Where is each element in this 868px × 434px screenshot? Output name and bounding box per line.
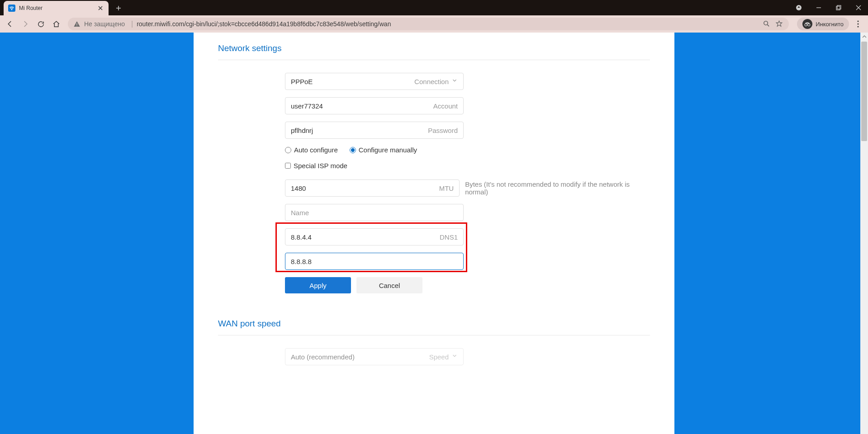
config-mode-radios: Auto configure Configure manually bbox=[285, 146, 650, 154]
incognito-badge[interactable]: Инкогнито bbox=[797, 18, 849, 30]
special-isp-checkbox[interactable]: Special ISP mode bbox=[285, 162, 650, 170]
connection-select[interactable]: PPPoE Connection bbox=[285, 73, 464, 90]
radio-manual-label: Configure manually bbox=[359, 146, 417, 154]
divider bbox=[218, 335, 650, 335]
separator: | bbox=[131, 20, 133, 28]
back-button[interactable] bbox=[4, 18, 16, 30]
warning-icon bbox=[73, 20, 81, 28]
section-title-network: Network settings bbox=[218, 43, 650, 53]
mtu-field[interactable]: MTU bbox=[285, 179, 460, 197]
mtu-label: MTU bbox=[439, 184, 454, 192]
radio-auto-label: Auto configure bbox=[294, 146, 338, 154]
svg-rect-4 bbox=[76, 24, 77, 25]
address-bar[interactable]: Не защищено | router.miwifi.com/cgi-bin/… bbox=[68, 18, 789, 30]
svg-rect-2 bbox=[836, 6, 840, 10]
security-status: Не защищено bbox=[84, 20, 125, 28]
maximize-icon[interactable] bbox=[833, 2, 844, 14]
wan-speed-value: Auto (recommended) bbox=[291, 353, 426, 361]
browser-tab[interactable]: Mi Router bbox=[4, 1, 109, 15]
chevron-down-icon bbox=[451, 353, 458, 361]
minimize-icon[interactable] bbox=[813, 2, 825, 14]
divider bbox=[218, 60, 650, 60]
svg-point-6 bbox=[764, 21, 768, 25]
account-input[interactable] bbox=[291, 102, 430, 110]
window-close-icon[interactable] bbox=[853, 2, 864, 14]
radio-auto-configure[interactable]: Auto configure bbox=[285, 146, 338, 154]
name-field[interactable] bbox=[285, 204, 464, 221]
password-field[interactable]: Password bbox=[285, 122, 464, 139]
new-tab-button[interactable] bbox=[113, 3, 124, 14]
radio-configure-manually[interactable]: Configure manually bbox=[350, 146, 417, 154]
viewport: Network settings PPPoE Connection Accoun… bbox=[0, 33, 868, 434]
dns2-field[interactable] bbox=[285, 253, 464, 270]
special-isp-label: Special ISP mode bbox=[294, 162, 347, 170]
window-controls bbox=[793, 0, 868, 15]
incognito-label: Инкогнито bbox=[816, 21, 844, 28]
scroll-up-icon[interactable] bbox=[860, 33, 868, 40]
password-input[interactable] bbox=[291, 127, 424, 134]
password-label: Password bbox=[428, 127, 458, 134]
mtu-hint: Bytes (It's not recommended to modify if… bbox=[465, 180, 650, 196]
star-icon[interactable] bbox=[775, 20, 783, 28]
cancel-button[interactable]: Cancel bbox=[356, 277, 422, 293]
wan-speed-label: Speed bbox=[429, 353, 449, 361]
svg-rect-3 bbox=[837, 5, 841, 9]
url-text: router.miwifi.com/cgi-bin/luci/;stok=cbc… bbox=[137, 20, 758, 28]
special-isp-input[interactable] bbox=[285, 163, 291, 169]
close-icon[interactable] bbox=[97, 5, 104, 12]
mtu-input[interactable] bbox=[291, 184, 436, 192]
wan-speed-select[interactable]: Auto (recommended) Speed bbox=[285, 348, 464, 365]
page-content: Network settings PPPoE Connection Accoun… bbox=[194, 33, 674, 434]
scrollbar[interactable] bbox=[860, 33, 868, 434]
section-title-wan-speed: WAN port speed bbox=[218, 319, 650, 329]
svg-point-9 bbox=[858, 21, 859, 22]
dns2-input[interactable] bbox=[291, 258, 458, 265]
wifi-icon bbox=[8, 5, 15, 12]
account-label: Account bbox=[433, 102, 458, 110]
svg-point-11 bbox=[858, 26, 859, 28]
connection-label: Connection bbox=[414, 78, 449, 85]
name-input[interactable] bbox=[291, 209, 458, 217]
menu-icon[interactable] bbox=[852, 18, 864, 30]
connection-value: PPPoE bbox=[291, 78, 411, 85]
scroll-thumb[interactable] bbox=[861, 42, 867, 141]
account-field[interactable]: Account bbox=[285, 97, 464, 114]
dns1-field[interactable]: DNS1 bbox=[285, 228, 464, 245]
reload-button[interactable] bbox=[34, 18, 47, 30]
chevron-down-icon bbox=[451, 77, 458, 85]
svg-rect-5 bbox=[76, 25, 77, 26]
apply-button[interactable]: Apply bbox=[285, 277, 351, 293]
network-settings-form: PPPoE Connection Account Password bbox=[285, 73, 650, 293]
radio-auto-input[interactable] bbox=[285, 147, 291, 153]
browser-toolbar: Не защищено | router.miwifi.com/cgi-bin/… bbox=[0, 15, 868, 33]
incognito-icon bbox=[802, 19, 812, 29]
dns1-label: DNS1 bbox=[440, 233, 458, 241]
user-icon[interactable] bbox=[793, 2, 805, 14]
browser-tabstrip: Mi Router bbox=[0, 0, 868, 15]
dns1-input[interactable] bbox=[291, 233, 436, 241]
svg-point-8 bbox=[808, 24, 810, 26]
forward-button bbox=[19, 18, 32, 30]
form-actions: Apply Cancel bbox=[285, 277, 650, 293]
svg-point-7 bbox=[805, 24, 807, 26]
home-button[interactable] bbox=[50, 18, 62, 30]
radio-manual-input[interactable] bbox=[350, 147, 356, 153]
search-icon[interactable] bbox=[763, 20, 771, 28]
tab-title: Mi Router bbox=[19, 5, 97, 11]
svg-point-10 bbox=[858, 24, 859, 25]
svg-point-0 bbox=[11, 9, 12, 10]
